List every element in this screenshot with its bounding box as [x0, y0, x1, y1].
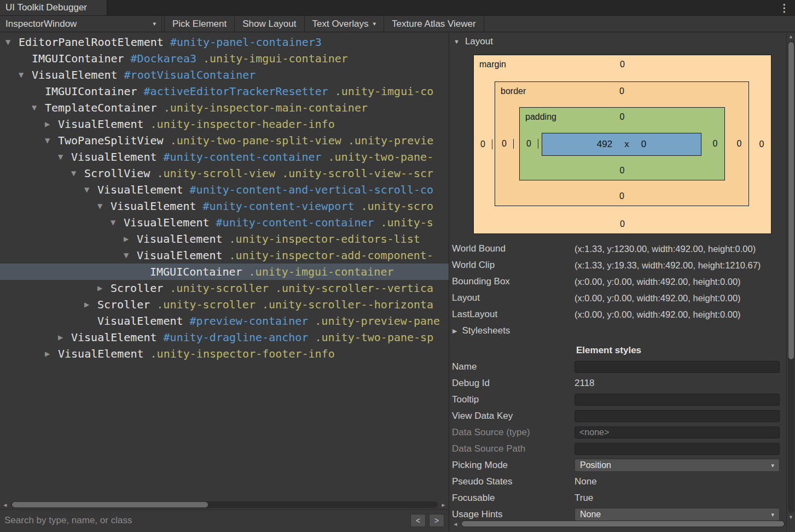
- field-row-name: Name: [449, 359, 786, 375]
- name-field[interactable]: [575, 361, 780, 373]
- tree-item[interactable]: ▼VisualElement#unity-content-container.u…: [0, 214, 449, 231]
- tooltip-field[interactable]: [575, 394, 780, 406]
- texture-atlas-viewer-button[interactable]: Texture Atlas Viewer: [384, 16, 484, 32]
- tab-ui-toolkit-debugger[interactable]: UI Toolkit Debugger: [0, 0, 107, 15]
- search-prev-button[interactable]: <: [410, 514, 426, 527]
- search-next-button[interactable]: >: [429, 514, 444, 527]
- tree-item[interactable]: ▼VisualElement#unity-content-container.u…: [0, 149, 449, 165]
- details-vertical-scrollbar[interactable]: ▲ ▼: [786, 32, 795, 531]
- element-styles-fields: NameDebug Id2118TooltipView Data KeyData…: [449, 359, 786, 523]
- field-label: View Data Key: [452, 411, 575, 422]
- tree-item[interactable]: ▶VisualElement#unity-dragline-anchor.uni…: [0, 329, 449, 346]
- show-layout-button[interactable]: Show Layout: [235, 16, 304, 32]
- scrollbar-track[interactable]: [788, 41, 794, 513]
- kebab-menu-icon[interactable]: ⋮: [779, 3, 790, 13]
- tree-item[interactable]: IMGUIContainer#Dockarea3.unity-imgui-con…: [0, 50, 449, 67]
- titlebar: UI Toolkit Debugger ⋮: [0, 0, 795, 16]
- foldout-expanded-icon[interactable]: ▼: [123, 252, 137, 259]
- scroll-left-icon[interactable]: ◄: [452, 521, 459, 527]
- scrollbar-thumb[interactable]: [788, 42, 794, 359]
- tree-item[interactable]: ▼VisualElement#unity-content-and-vertica…: [0, 182, 449, 198]
- element-id: #activeEditorTrackerResetter: [144, 85, 328, 98]
- field-label: Tooltip: [452, 394, 575, 405]
- tree-item[interactable]: ▼VisualElement.unity-inspector-add-compo…: [0, 247, 449, 264]
- element-classes: .unity-s: [381, 216, 433, 229]
- foldout-collapsed-icon[interactable]: ▶: [123, 235, 137, 243]
- box-model-diagram: margin 0 0 0 0 border 0 0 0 0 padding 0: [473, 55, 771, 234]
- scroll-left-icon[interactable]: ◄: [2, 502, 8, 508]
- search-input[interactable]: [4, 515, 407, 526]
- element-classes: .unity-imgui-co: [335, 85, 434, 98]
- picking-mode-dropdown[interactable]: Position▾: [575, 459, 780, 472]
- foldout-expanded-icon[interactable]: ▼: [57, 153, 71, 161]
- text-overlays-dropdown[interactable]: Text Overlays ▾: [305, 16, 385, 32]
- element-classes: .unity-scroller .unity-scroller--vertica: [170, 282, 433, 295]
- tree-item[interactable]: ▶Scroller.unity-scroller .unity-scroller…: [0, 280, 449, 296]
- tree-item[interactable]: IMGUIContainer#activeEditorTrackerResett…: [0, 83, 449, 100]
- pick-element-label: Pick Element: [172, 19, 227, 30]
- main-area: ▼EditorPanelRootElement#unity-panel-cont…: [0, 32, 795, 531]
- panel-picker-dropdown[interactable]: InspectorWindow ▾: [0, 16, 162, 32]
- foldout-collapsed-icon[interactable]: ▶: [96, 284, 111, 292]
- tree-item[interactable]: VisualElement#preview-container.unity-pr…: [0, 313, 449, 329]
- foldout-collapsed-icon[interactable]: ▶: [57, 334, 71, 341]
- foldout-expanded-icon[interactable]: ▼: [96, 202, 111, 210]
- pick-element-button[interactable]: Pick Element: [164, 16, 235, 32]
- scrollbar-thumb[interactable]: [462, 521, 784, 527]
- scrollbar-track[interactable]: [461, 521, 785, 527]
- element-id: #preview-container: [190, 314, 309, 328]
- element-classes: .unity-scroll-view .unity-scroll-view--s…: [156, 167, 433, 180]
- tree-item[interactable]: ▼VisualElement#rootVisualContainer: [0, 67, 449, 83]
- foldout-collapsed-icon[interactable]: ▶: [44, 120, 58, 128]
- scroll-down-icon[interactable]: ▼: [787, 513, 795, 522]
- tree-item[interactable]: ▼TwoPaneSplitView.unity-two-pane-split-v…: [0, 132, 449, 149]
- tree-item[interactable]: ▶VisualElement.unity-inspector-editors-l…: [0, 231, 449, 247]
- data-source-path-field: [575, 443, 780, 455]
- foldout-expanded-icon[interactable]: ▼: [4, 38, 19, 46]
- foldout-expanded-icon[interactable]: ▼: [83, 186, 97, 194]
- foldout-expanded-icon[interactable]: ▼: [44, 137, 58, 144]
- layout-foldout[interactable]: ▼ Layout: [449, 32, 786, 51]
- layout-property-row: Bounding Box(x:0.00, y:0.00, width:492.0…: [449, 273, 786, 290]
- property-label: Bounding Box: [452, 276, 575, 287]
- foldout-collapsed-icon[interactable]: ▶: [452, 328, 457, 335]
- scroll-up-icon[interactable]: ▲: [787, 32, 795, 41]
- tree-indent: [0, 214, 109, 231]
- tree-item[interactable]: ▼TemplateContainer.unity-inspector-main-…: [0, 100, 449, 116]
- foldout-expanded-icon[interactable]: ▼: [109, 219, 124, 226]
- scrollbar-thumb[interactable]: [12, 502, 208, 507]
- tree-indent: [0, 182, 83, 198]
- element-type: IMGUIContainer: [45, 85, 137, 98]
- tree-item[interactable]: ▼EditorPanelRootElement#unity-panel-cont…: [0, 34, 449, 50]
- field-label: Focusable: [452, 493, 575, 504]
- tree-indent: [0, 50, 18, 67]
- tree-indent: [0, 83, 31, 100]
- foldout-collapsed-icon[interactable]: ▶: [83, 301, 97, 308]
- stylesheets-foldout[interactable]: ▶ Stylesheets: [449, 323, 786, 339]
- tree-item[interactable]: ▶VisualElement.unity-inspector-header-in…: [0, 116, 449, 132]
- foldout-expanded-icon[interactable]: ▼: [18, 71, 32, 79]
- element-classes: .unity-inspector-add-component-: [229, 249, 433, 262]
- tree-item[interactable]: ▼ScrollView.unity-scroll-view .unity-scr…: [0, 165, 449, 182]
- scrollbar-track[interactable]: [11, 501, 438, 508]
- foldout-expanded-icon[interactable]: ▼: [31, 104, 45, 112]
- tree-item[interactable]: IMGUIContainer.unity-imgui-container: [0, 264, 449, 280]
- padding-top-value: 0: [520, 112, 724, 122]
- element-type: VisualElement: [137, 232, 223, 245]
- property-value: (x:1.33, y:1230.00, width:492.00, height…: [575, 244, 756, 254]
- details-horizontal-scrollbar[interactable]: ◄: [452, 519, 785, 528]
- field-row-pseudo-states: Pseudo StatesNone: [449, 473, 786, 490]
- tree-item[interactable]: ▶VisualElement.unity-inspector-footer-in…: [0, 346, 449, 362]
- tree-horizontal-scrollbar[interactable]: ◄ ►: [0, 500, 449, 509]
- tree-item[interactable]: ▼VisualElement#unity-content-viewport.un…: [0, 198, 449, 214]
- foldout-expanded-icon[interactable]: ▼: [454, 38, 460, 45]
- scroll-right-icon[interactable]: ►: [440, 502, 446, 508]
- field-label: Picking Mode: [452, 460, 575, 471]
- tree-indent: [0, 165, 70, 182]
- debug-id-value: 2118: [575, 378, 595, 389]
- view-data-key-field[interactable]: [575, 410, 780, 422]
- texture-atlas-viewer-label: Texture Atlas Viewer: [392, 19, 476, 30]
- tree-item[interactable]: ▶Scroller.unity-scroller .unity-scroller…: [0, 296, 449, 313]
- foldout-collapsed-icon[interactable]: ▶: [44, 350, 58, 358]
- foldout-expanded-icon[interactable]: ▼: [70, 169, 84, 177]
